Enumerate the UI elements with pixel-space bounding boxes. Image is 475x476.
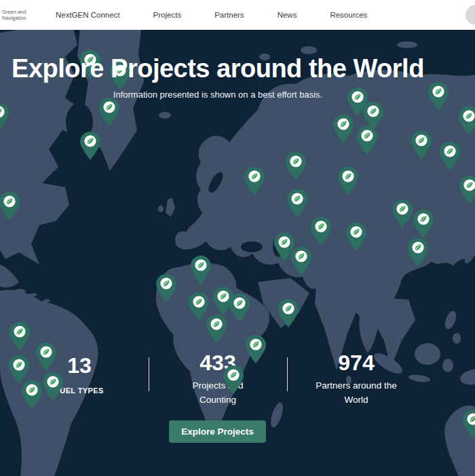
stat-fuel-types: 13 FUEL TYPES	[25, 354, 134, 398]
nav-item-news[interactable]: News	[278, 11, 297, 19]
top-navigation: Green and Navigation NextGEN ConnectProj…	[0, 0, 475, 30]
stat-value: 433	[150, 351, 286, 374]
nav-item-partners[interactable]: Partners	[214, 11, 244, 19]
logo-line2: Navigation	[2, 15, 26, 21]
nav-item-projects[interactable]: Projects	[153, 11, 182, 19]
stats-row: 13 FUEL TYPES 433 Projects and Counting …	[0, 349, 436, 430]
stat-label: Projects and Counting	[177, 378, 259, 407]
nav-menu: NextGEN ConnectProjectsPartnersNewsResou…	[56, 0, 367, 30]
page-title: Explore Projects around the World	[0, 54, 436, 83]
logo-line1: Green and	[2, 9, 26, 15]
stat-divider	[149, 357, 149, 391]
hero-map-section: Explore Projects around the World Inform…	[0, 30, 475, 476]
profile-circle[interactable]	[466, 5, 475, 25]
explore-projects-button[interactable]: Explore Projects	[169, 420, 266, 443]
stat-divider	[287, 357, 288, 391]
stat-partners: 974 Partners around the World	[288, 351, 424, 407]
site-logo[interactable]: Green and Navigation	[2, 9, 26, 21]
stat-projects: 433 Projects and Counting	[150, 351, 286, 407]
stat-label: FUEL TYPES	[25, 384, 134, 398]
nav-item-nextgen-connect[interactable]: NextGEN Connect	[56, 11, 120, 19]
stat-label: Partners around the World	[308, 378, 404, 407]
stat-value: 13	[25, 354, 134, 377]
nav-item-resources[interactable]: Resources	[330, 11, 367, 19]
stat-value: 974	[288, 351, 424, 374]
hero-subtitle: Information presented is shown on a best…	[0, 90, 436, 100]
page: Green and Navigation NextGEN ConnectProj…	[0, 0, 475, 476]
